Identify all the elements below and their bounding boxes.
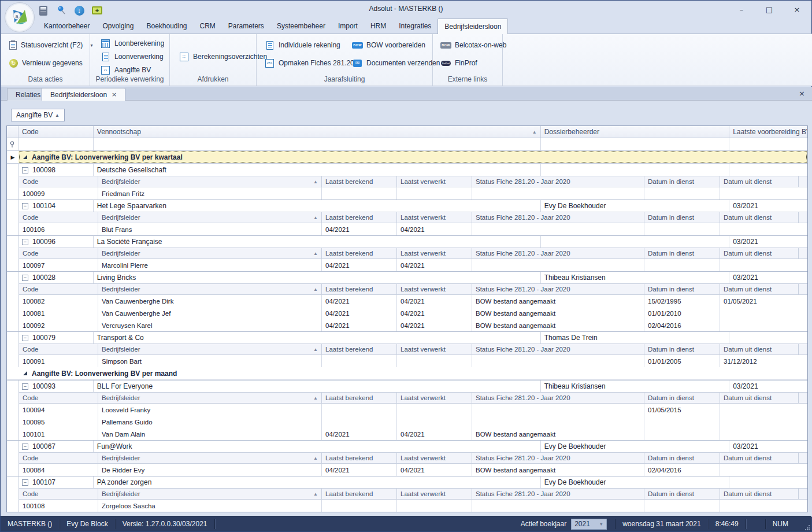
ribbon-tab-kantoorbeheer[interactable]: Kantoorbeheer: [38, 19, 96, 34]
aangifte-bv-button[interactable]: ‹› Aangifte BV: [97, 64, 169, 76]
detail-column-code[interactable]: Code: [19, 453, 98, 463]
group-collapse-icon[interactable]: [23, 371, 27, 375]
individuele-rekening-button[interactable]: Individuele rekening: [261, 39, 349, 51]
resize-grip[interactable]: [804, 524, 810, 530]
filter-pin-icon[interactable]: [7, 138, 18, 150]
detail-column-code[interactable]: Code: [19, 176, 98, 187]
ribbon-tab-parameters[interactable]: Parameters: [222, 19, 270, 34]
collapse-row-icon[interactable]: −: [22, 383, 28, 390]
ribbon-tab-opvolging[interactable]: Opvolging: [96, 19, 140, 34]
maximize-button[interactable]: □: [761, 3, 778, 16]
detail-column-bedrijfsleider[interactable]: Bedrijfsleider ▲: [98, 284, 322, 294]
detail-column-datum-in-dienst[interactable]: Datum in dienst: [644, 489, 720, 499]
filter-input-laatste-voorbereiding[interactable]: [729, 138, 807, 150]
finprof-button[interactable]: FinProf FinProf: [437, 57, 502, 69]
column-header-vennootschap[interactable]: Vennootschap ▲: [94, 126, 541, 138]
column-header-code[interactable]: Code: [18, 126, 94, 138]
ribbon-tab-boekhouding[interactable]: Boekhouding: [140, 19, 193, 34]
ribbon-tab-bedrijfsleidersloon[interactable]: Bedrijfsleidersloon: [437, 19, 508, 34]
detail-column-code[interactable]: Code: [19, 344, 98, 354]
company-row[interactable]: − 100096 La Société Française 03/2021: [7, 235, 807, 247]
detail-column-datum-in-dienst[interactable]: Datum in dienst: [644, 284, 720, 294]
leader-row[interactable]: 100097 Marcolini Pierre 04/2021 04/2021: [19, 259, 807, 271]
detail-column-laatst-verwerkt[interactable]: Laatst verwerkt: [397, 212, 472, 223]
column-header-dossierbeheerder[interactable]: Dossierbeheerder: [541, 126, 730, 138]
detail-column-laatst-berekend[interactable]: Laatst berekend: [322, 284, 397, 294]
detail-column-code[interactable]: Code: [19, 248, 98, 258]
detail-column-datum-uit-dienst[interactable]: Datum uit dienst: [720, 248, 799, 258]
detail-column-laatst-berekend[interactable]: Laatst berekend: [322, 393, 397, 403]
group-row[interactable]: ▶ Aangifte BV: Loonverwerking BV per kwa…: [7, 151, 807, 164]
group-row[interactable]: Aangifte BV: Loonverwerking BV per maand: [7, 367, 807, 380]
detail-column-bedrijfsleider[interactable]: Bedrijfsleider ▲: [98, 489, 322, 499]
group-collapse-icon[interactable]: [23, 155, 27, 159]
detail-column-laatst-verwerkt[interactable]: Laatst verwerkt: [397, 489, 472, 499]
company-row[interactable]: − 100067 Fun@Work Evy De Boekhouder 03/2…: [7, 440, 807, 452]
statusoverzicht-button[interactable]: Statusoverzicht (F2) ▾: [6, 39, 90, 51]
detail-column-laatst-berekend[interactable]: Laatst berekend: [322, 248, 397, 258]
detail-column-datum-in-dienst[interactable]: Datum in dienst: [644, 248, 720, 258]
detail-column-bedrijfsleider[interactable]: Bedrijfsleider ▲: [98, 393, 322, 403]
leader-row[interactable]: 100081 Van Cauwenberghe Jef 04/2021 04/2…: [19, 307, 807, 319]
detail-column-datum-in-dienst[interactable]: Datum in dienst: [644, 212, 720, 223]
vernieuw-gegevens-button[interactable]: ↻ Vernieuw gegevens: [6, 57, 90, 69]
ribbon-tab-import[interactable]: Import: [332, 19, 364, 34]
boekjaar-select[interactable]: 2021 ▼: [571, 519, 607, 530]
detail-column-laatst-berekend[interactable]: Laatst berekend: [322, 489, 397, 499]
minimize-button[interactable]: –: [733, 3, 750, 16]
leader-row[interactable]: 100106 Blut Frans 04/2021 04/2021: [19, 223, 807, 235]
close-icon[interactable]: ×: [112, 91, 117, 98]
detail-column-laatst-verwerkt[interactable]: Laatst verwerkt: [397, 393, 472, 403]
detail-column-status-fiche[interactable]: Status Fiche 281.20 - Jaar 2020: [472, 489, 644, 499]
leader-row[interactable]: 100094 Loosveld Franky 01/05/2015: [19, 404, 807, 416]
detail-column-laatst-verwerkt[interactable]: Laatst verwerkt: [397, 284, 472, 294]
detail-column-datum-in-dienst[interactable]: Datum in dienst: [644, 393, 720, 403]
detail-column-status-fiche[interactable]: Status Fiche 281.20 - Jaar 2020: [472, 393, 644, 403]
leader-row[interactable]: 100082 Van Cauwenberghe Dirk 04/2021 04/…: [19, 295, 807, 307]
detail-column-laatst-verwerkt[interactable]: Laatst verwerkt: [397, 176, 472, 187]
company-row[interactable]: − 100104 Het Lege Spaarvarken Evy De Boe…: [7, 200, 807, 212]
detail-column-code[interactable]: Code: [19, 393, 98, 403]
company-row[interactable]: − 100098 Deutsche Gesellschaft: [7, 164, 807, 176]
company-row[interactable]: − 100107 PA zonder zorgen Evy De Boekhou…: [7, 476, 807, 488]
detail-column-laatst-berekend[interactable]: Laatst berekend: [322, 453, 397, 463]
detail-column-laatst-verwerkt[interactable]: Laatst verwerkt: [397, 453, 472, 463]
tab-bedrijfsleidersloon[interactable]: Bedrijfsleidersloon ×: [42, 88, 125, 101]
adsolut-logo-icon[interactable]: a: [5, 2, 35, 32]
detail-column-datum-in-dienst[interactable]: Datum in dienst: [644, 453, 720, 463]
detail-column-laatst-berekend[interactable]: Laatst berekend: [322, 176, 397, 187]
bow-voorbereiden-button[interactable]: BOW BOW voorbereiden: [349, 39, 443, 51]
detail-column-bedrijfsleider[interactable]: Bedrijfsleider ▲: [98, 248, 322, 258]
detail-column-status-fiche[interactable]: Status Fiche 281.20 - Jaar 2020: [472, 248, 644, 258]
aangifte-bv-collapse-button[interactable]: Aangifte BV ▲: [11, 109, 65, 121]
company-row[interactable]: − 100079 Transport & Co Thomas De Trein: [7, 331, 807, 343]
belcotax-on-web-button[interactable]: BOW Belcotax-on-web: [437, 39, 502, 51]
leader-row[interactable]: 100084 De Ridder Evy 04/2021 04/2021 BOW…: [19, 464, 807, 476]
ribbon-tab-systeembeheer[interactable]: Systeembeheer: [270, 19, 332, 34]
detail-column-datum-in-dienst[interactable]: Datum in dienst: [644, 344, 720, 354]
ribbon-tab-crm[interactable]: CRM: [194, 19, 222, 34]
collapse-row-icon[interactable]: −: [22, 335, 28, 341]
detail-column-laatst-verwerkt[interactable]: Laatst verwerkt: [397, 248, 472, 258]
detail-column-bedrijfsleider[interactable]: Bedrijfsleider ▲: [98, 453, 322, 463]
detail-column-code[interactable]: Code: [19, 284, 98, 294]
company-row[interactable]: − 100093 BLL For Everyone Thibeau Kristi…: [7, 380, 807, 392]
detail-column-datum-uit-dienst[interactable]: Datum uit dienst: [720, 393, 799, 403]
close-icon[interactable]: ×: [799, 89, 805, 98]
collapse-row-icon[interactable]: −: [22, 203, 28, 209]
leader-row[interactable]: 100091 Simpson Bart 01/01/2005 31/12/201…: [19, 355, 807, 367]
collapse-row-icon[interactable]: −: [22, 167, 28, 173]
ribbon-tab-integraties[interactable]: Integraties: [392, 19, 437, 34]
detail-column-datum-uit-dienst[interactable]: Datum uit dienst: [720, 489, 799, 499]
detail-column-status-fiche[interactable]: Status Fiche 281.20 - Jaar 2020: [472, 212, 644, 223]
company-row[interactable]: − 100028 Living Bricks Thibeau Kristians…: [7, 271, 807, 283]
detail-column-laatst-verwerkt[interactable]: Laatst verwerkt: [397, 344, 472, 354]
collapse-row-icon[interactable]: −: [22, 275, 28, 281]
filter-input-vennootschap[interactable]: [94, 138, 541, 150]
ribbon-tab-hrm[interactable]: HRM: [364, 19, 392, 34]
leader-row[interactable]: 100108 Zorgeloos Sascha: [19, 500, 807, 512]
collapse-row-icon[interactable]: −: [22, 444, 28, 450]
detail-column-bedrijfsleider[interactable]: Bedrijfsleider ▲: [98, 344, 322, 354]
detail-column-code[interactable]: Code: [19, 489, 98, 499]
detail-column-code[interactable]: Code: [19, 212, 98, 223]
